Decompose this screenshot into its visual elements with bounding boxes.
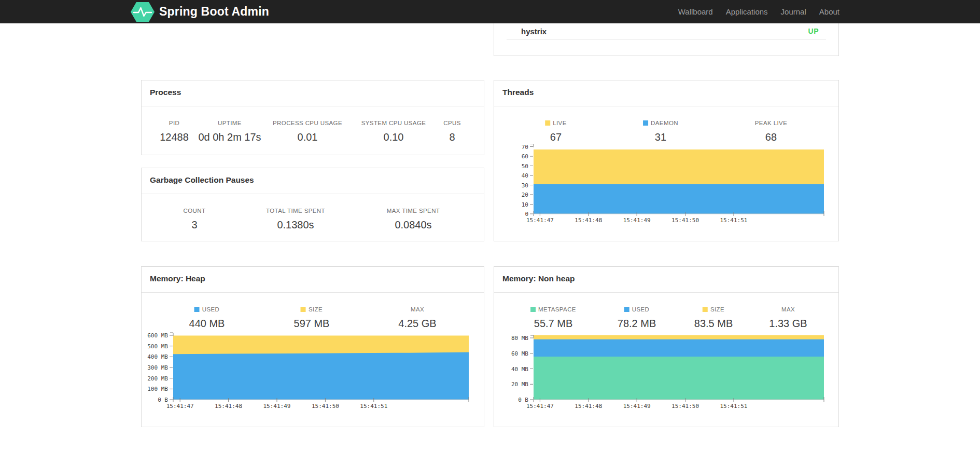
stat-value: 0.0840s xyxy=(387,219,440,231)
stat-label: COUNT xyxy=(184,207,206,214)
stat-value: 0.10 xyxy=(361,131,426,143)
nav-item-applications[interactable]: Applications xyxy=(726,7,768,16)
x-tick-label: 15:41:49 xyxy=(263,403,291,410)
y-tick-label: 10 xyxy=(522,201,528,208)
stat-value: 8 xyxy=(443,131,461,143)
threads-card: Threads LIVE67DAEMON31PEAK LIVE68 15:41:… xyxy=(494,80,839,241)
application-status-card: hystrix UP xyxy=(494,23,839,56)
stat-label: TOTAL TIME SPENT xyxy=(266,207,325,214)
y-tick-label: 20 MB xyxy=(511,381,528,388)
y-tick-label: 50 xyxy=(522,163,528,170)
y-tick-label: 30 xyxy=(522,182,528,189)
gc-card: Garbage Collection Pauses COUNT3TOTAL TI… xyxy=(141,168,484,241)
x-tick-label: 15:41:49 xyxy=(623,403,651,410)
stat-value: 0d 0h 2m 17s xyxy=(198,131,261,143)
stat-value: 3 xyxy=(184,219,206,231)
stat-value: 12488 xyxy=(160,131,189,143)
x-tick-label: 15:41:51 xyxy=(720,217,748,224)
process-stat-system-cpu-usage: SYSTEM CPU USAGE0.10 xyxy=(361,119,426,143)
y-tick-label: 60 MB xyxy=(511,350,528,357)
y-tick-label: 0 xyxy=(525,211,528,217)
brand-title: Spring Boot Admin xyxy=(159,5,269,19)
y-tick-label: 40 xyxy=(522,172,528,179)
y-tick-label: 300 MB xyxy=(147,364,168,371)
y-tick-label: 60 xyxy=(522,153,528,160)
process-card-title: Process xyxy=(150,88,181,97)
stat-label: MAX TIME SPENT xyxy=(387,207,440,214)
gc-card-title: Garbage Collection Pauses xyxy=(150,175,254,184)
gc-card-header: Garbage Collection Pauses xyxy=(142,168,484,194)
y-tick-label: 80 MB xyxy=(511,335,528,342)
brand-link[interactable]: Spring Boot Admin xyxy=(131,0,269,23)
nav-links: Wallboard Applications Journal About xyxy=(678,0,839,23)
nav-item-about[interactable]: About xyxy=(819,7,839,16)
process-stat-uptime: UPTIME0d 0h 2m 17s xyxy=(198,119,261,143)
y-tick-label: 100 MB xyxy=(147,386,168,392)
x-tick-label: 15:41:48 xyxy=(575,217,602,224)
nav-item-journal[interactable]: Journal xyxy=(781,7,806,16)
status-badge: UP xyxy=(808,27,819,35)
x-tick-label: 15:41:50 xyxy=(312,403,339,410)
stat-value: 0.1380s xyxy=(266,219,325,231)
gc-stat-max-time-spent: MAX TIME SPENT0.0840s xyxy=(387,207,440,231)
y-tick-label: 0 B xyxy=(518,397,528,403)
nonheap-area-metaspace xyxy=(534,357,824,400)
memory-nonheap-card: Memory: Non heap METASPACE55.7 MBUSED78.… xyxy=(494,266,839,427)
spring-boot-admin-logo-icon xyxy=(131,2,155,22)
stat-label: UPTIME xyxy=(198,119,261,127)
process-stat-cpus: CPUS8 xyxy=(443,119,461,143)
page: Spring Boot Admin Wallboard Applications… xyxy=(0,0,980,463)
application-name: hystrix xyxy=(521,27,547,36)
y-tick-label: 400 MB xyxy=(147,353,168,360)
x-tick-label: 15:41:50 xyxy=(671,403,699,410)
process-card: Process PID12488UPTIME0d 0h 2m 17sPROCES… xyxy=(141,80,484,155)
stat-label: SYSTEM CPU USAGE xyxy=(361,119,426,127)
gc-stat-total-time-spent: TOTAL TIME SPENT0.1380s xyxy=(266,207,325,231)
memory-heap-chart: 15:41:4715:41:4815:41:4915:41:5015:41:51… xyxy=(142,267,485,428)
application-status-row[interactable]: hystrix UP xyxy=(507,23,826,39)
stat-value: 0.01 xyxy=(273,131,342,143)
x-tick-label: 15:41:47 xyxy=(526,403,554,410)
gc-stat-count: COUNT3 xyxy=(184,207,206,231)
memory-nonheap-chart: 15:41:4715:41:4815:41:4915:41:5015:41:51… xyxy=(494,267,839,428)
x-tick-label: 15:41:47 xyxy=(526,217,554,224)
navbar: Spring Boot Admin Wallboard Applications… xyxy=(0,0,980,23)
threads-area-daemon xyxy=(534,184,824,214)
nav-item-wallboard[interactable]: Wallboard xyxy=(678,7,713,16)
y-tick-label: 20 xyxy=(522,192,528,198)
process-card-header: Process xyxy=(142,80,484,106)
x-tick-label: 15:41:50 xyxy=(671,217,699,224)
y-tick-label: 500 MB xyxy=(147,343,168,350)
heap-area-used xyxy=(173,352,469,400)
stat-label: CPUS xyxy=(443,119,461,127)
y-tick-label: 200 MB xyxy=(147,375,168,382)
process-stat-process-cpu-usage: PROCESS CPU USAGE0.01 xyxy=(273,119,342,143)
y-tick-label: 600 MB xyxy=(147,332,168,339)
y-tick-label: 40 MB xyxy=(511,366,528,373)
y-tick-label: 0 B xyxy=(158,397,168,403)
memory-heap-card: Memory: Heap USED440 MBSIZE597 MBMAX4.25… xyxy=(141,266,484,427)
x-tick-label: 15:41:51 xyxy=(720,403,748,410)
stat-label: PROCESS CPU USAGE xyxy=(273,119,342,127)
process-stat-pid: PID12488 xyxy=(160,119,189,143)
threads-chart: 15:41:4715:41:4815:41:4915:41:5015:41:51… xyxy=(494,80,839,242)
x-tick-label: 15:41:47 xyxy=(166,403,194,410)
y-tick-label: 70 xyxy=(522,144,528,151)
x-tick-label: 15:41:48 xyxy=(215,403,242,410)
x-tick-label: 15:41:51 xyxy=(360,403,387,410)
stat-label: PID xyxy=(160,119,189,127)
x-tick-label: 15:41:49 xyxy=(623,217,651,224)
x-tick-label: 15:41:48 xyxy=(575,403,602,410)
